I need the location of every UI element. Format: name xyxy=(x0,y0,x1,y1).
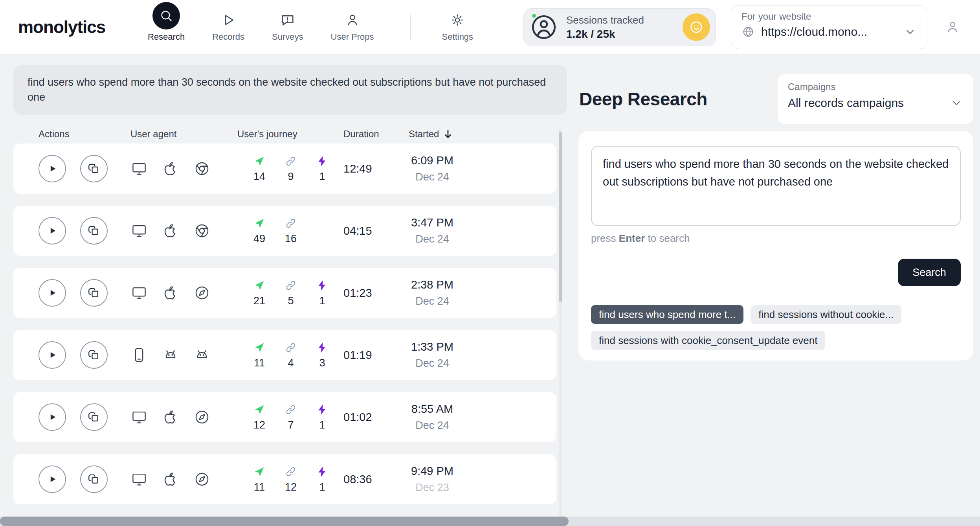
website-selector[interactable]: For your website https://cloud.mono... xyxy=(731,5,927,49)
link-icon xyxy=(284,465,297,478)
vertical-scrollbar-thumb[interactable] xyxy=(559,132,562,302)
play-session-button[interactable] xyxy=(39,403,66,431)
column-header-started-label: Started xyxy=(409,129,439,140)
page-title: Deep Research xyxy=(579,88,707,110)
device-icons xyxy=(129,222,236,239)
website-url: https://cloud.mono... xyxy=(761,25,867,39)
monitor-icon xyxy=(130,284,148,302)
copy-session-button[interactable] xyxy=(80,279,108,307)
column-header-user-agent: User agent xyxy=(129,129,236,140)
website-label: For your website xyxy=(741,11,917,22)
chevron-down-icon xyxy=(950,96,963,110)
nav-arrow-icon xyxy=(253,279,266,292)
campaigns-label: Campaigns xyxy=(788,81,963,92)
copy-icon xyxy=(87,348,101,362)
copy-session-button[interactable] xyxy=(80,217,108,245)
journey-count: 9 xyxy=(288,171,294,183)
apple-icon xyxy=(162,160,179,177)
device-icons xyxy=(129,160,236,177)
search-button[interactable]: Search xyxy=(898,259,961,286)
play-session-button[interactable] xyxy=(39,217,66,245)
play-session-button[interactable] xyxy=(39,279,66,307)
search-icon xyxy=(152,2,180,29)
chat-icon xyxy=(280,12,295,28)
session-row: 1271 01:02 8:55 AM Dec 24 xyxy=(13,392,556,442)
lightning-icon xyxy=(316,465,329,478)
suggestion-chip[interactable]: find sessions with cookie_consent_update… xyxy=(591,331,825,350)
journey-count: 1 xyxy=(319,419,325,431)
copy-session-button[interactable] xyxy=(80,341,108,369)
lightning-icon xyxy=(316,403,329,416)
copy-session-button[interactable] xyxy=(80,155,108,182)
nav-item-user-props[interactable]: User Props xyxy=(331,5,374,49)
campaigns-selector[interactable]: Campaigns All records campaigns xyxy=(778,74,973,124)
play-session-button[interactable] xyxy=(39,341,66,369)
android-icon xyxy=(162,346,179,364)
column-header-actions: Actions xyxy=(13,129,129,140)
nav-item-research[interactable]: Research xyxy=(148,5,185,49)
session-start-time: 6:09 PM xyxy=(389,154,475,167)
horizontal-scrollbar-thumb[interactable] xyxy=(0,517,569,526)
account-button[interactable] xyxy=(945,18,962,36)
research-query-input[interactable]: find users who spend more than 30 second… xyxy=(591,146,961,226)
apple-icon xyxy=(162,408,179,426)
copy-icon xyxy=(87,472,101,486)
session-start-time: 8:55 AM xyxy=(389,403,475,416)
journey-stats: 2151 xyxy=(236,279,338,307)
copy-icon xyxy=(87,162,101,176)
journey-count: 11 xyxy=(254,357,265,369)
brand-logo: monolytics xyxy=(18,17,148,37)
nav-item-label: Settings xyxy=(442,32,473,42)
play-session-button[interactable] xyxy=(39,465,66,493)
play-outline-icon xyxy=(220,12,236,28)
reward-button[interactable] xyxy=(683,13,710,41)
suggestion-chip[interactable]: find sessions without cookie... xyxy=(751,305,901,324)
hint-prefix: press xyxy=(591,232,616,244)
device-icons xyxy=(129,471,236,488)
play-icon xyxy=(45,224,59,238)
person-icon xyxy=(345,12,360,28)
nav-item-settings[interactable]: Settings xyxy=(442,5,473,49)
nav-arrow-icon xyxy=(253,341,266,354)
apple-icon xyxy=(162,284,179,302)
play-icon xyxy=(45,348,59,362)
lightning-icon xyxy=(316,279,329,292)
nav-item-records[interactable]: Records xyxy=(212,5,244,49)
sessions-section: find users who spend more than 30 second… xyxy=(13,55,567,526)
journey-count: 1 xyxy=(319,295,325,307)
column-header-duration: Duration xyxy=(338,129,389,140)
journey-stats: 4916 xyxy=(236,217,338,245)
lightning-icon xyxy=(316,155,329,167)
copy-icon xyxy=(87,410,101,424)
search-hint: press Enter to search xyxy=(591,232,961,245)
session-row: 11121 08:36 9:49 PM Dec 23 xyxy=(13,454,556,504)
horizontal-scrollbar[interactable] xyxy=(0,517,980,526)
journey-count: 11 xyxy=(254,481,265,493)
column-header-started[interactable]: Started xyxy=(389,128,475,140)
globe-icon xyxy=(741,25,755,39)
session-start-date: Dec 24 xyxy=(389,171,475,183)
device-icons xyxy=(129,346,236,364)
copy-session-button[interactable] xyxy=(80,465,108,493)
lightning-icon xyxy=(316,341,329,354)
android-icon xyxy=(193,346,211,364)
copy-session-button[interactable] xyxy=(80,403,108,431)
monitor-icon xyxy=(130,408,148,426)
avatar xyxy=(529,13,558,42)
link-icon xyxy=(284,217,297,230)
vertical-scrollbar[interactable] xyxy=(559,129,562,516)
suggestion-chip[interactable]: find users who spend more t... xyxy=(591,305,743,324)
journey-count: 5 xyxy=(288,295,294,307)
online-status-dot xyxy=(531,13,537,19)
session-duration: 01:19 xyxy=(338,349,389,362)
chrome-icon xyxy=(193,160,211,177)
play-session-button[interactable] xyxy=(39,155,66,182)
nav-item-surveys[interactable]: Surveys xyxy=(272,5,303,49)
journey-count: 21 xyxy=(253,295,265,307)
journey-count: 3 xyxy=(319,357,325,369)
safari-icon xyxy=(193,284,211,302)
nav-arrow-icon xyxy=(253,465,266,478)
suggestion-chips: find users who spend more t...find sessi… xyxy=(591,305,961,350)
session-duration: 01:23 xyxy=(338,287,389,300)
play-icon xyxy=(45,286,59,300)
